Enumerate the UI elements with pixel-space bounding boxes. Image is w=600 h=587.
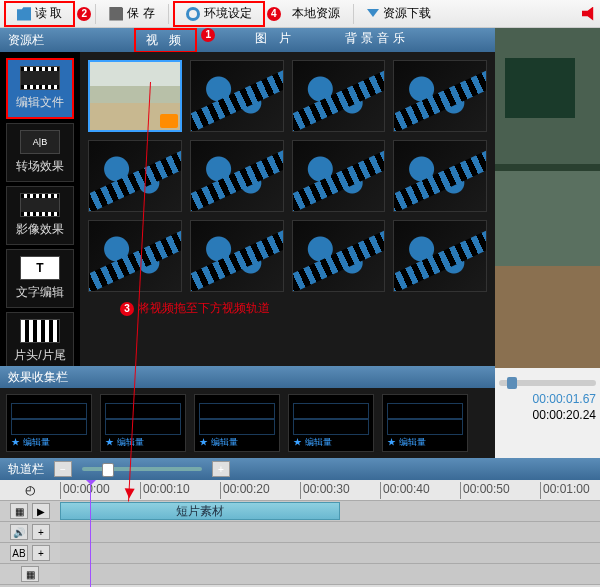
sidebar-item-titles[interactable]: 片头/片尾 [6,312,74,366]
download-button[interactable]: 资源下载 [358,3,440,25]
thumbnail-item[interactable] [393,60,487,132]
extra-track-label: ▦ [0,564,60,585]
ab-icon: A|B [20,130,60,154]
thumbnail-item[interactable] [88,60,182,132]
sidebar-item-text-edit[interactable]: T 文字编辑 [6,249,74,308]
film-icon [20,66,60,90]
wave-icon [199,403,275,435]
env-button-highlight: 环境设定 [173,1,265,27]
sidebar-label: 转场效果 [16,158,64,175]
reel-icon [394,61,486,131]
audio-track-label: 🔊+ [0,522,60,543]
thumbnail-item[interactable] [292,220,386,292]
video-track-label: ▦▶ [0,501,60,522]
preview-current-time: 00:00:01.67 [533,392,596,406]
sidebar-item-video-effect[interactable]: 影像效果 [6,186,74,245]
thumbnail-item[interactable] [292,140,386,212]
preview-controls: 00:00:01.67 00:00:20.24 [495,368,600,458]
zoom-out-button[interactable]: − [54,461,72,477]
thumbnail-item[interactable] [190,60,284,132]
save-label: 保 存 [127,5,154,22]
sidebar-item-transition[interactable]: A|B 转场效果 [6,123,74,182]
zoom-slider[interactable] [82,467,202,471]
tick: 00:00:00 [60,482,110,499]
thumbnail-item[interactable] [393,220,487,292]
preview-panel: 00:00:01.67 00:00:20.24 [495,28,600,458]
thumbnail-item[interactable] [393,140,487,212]
reel-icon [191,61,283,131]
badge-4: 4 [267,7,281,21]
wave-icon [293,403,369,435]
titles-icon [20,319,60,343]
thumbnail-item[interactable] [88,140,182,212]
read-button[interactable]: 读 取 [8,3,71,25]
reel-icon [394,221,486,291]
collect-item[interactable] [194,394,280,452]
thumbnail-item[interactable] [88,220,182,292]
collect-title: 效果收集栏 [8,369,68,386]
text-icon: T [20,256,60,280]
save-button[interactable]: 保 存 [100,3,163,25]
timeline: ◴ ▦▶ 🔊+ AB+ ▦ 00:00:00 00:00:10 00:00:20… [0,480,600,587]
extra-track-icon[interactable]: ▦ [21,566,39,582]
track-title: 轨道栏 [8,461,44,478]
sidebar-label: 影像效果 [16,221,64,238]
speaker-icon[interactable] [582,7,596,21]
track-label-column: ◴ ▦▶ 🔊+ AB+ ▦ [0,480,60,587]
tab-video[interactable]: 视 频 [134,28,197,53]
add-icon[interactable]: + [32,524,50,540]
sidebar-item-edit-file[interactable]: 编辑文件 [6,58,74,119]
collect-item[interactable] [6,394,92,452]
thumbnail-grid [80,52,495,366]
audio-track-icon[interactable]: 🔊 [10,524,28,540]
read-label: 读 取 [35,5,62,22]
env-label: 环境设定 [204,5,252,22]
play-icon[interactable]: ▶ [32,503,50,519]
tick: 00:00:30 [300,482,350,499]
thumbnail-item[interactable] [292,60,386,132]
main-toolbar: 读 取 2 保 存 环境设定 4 本地资源 资源下载 [0,0,600,28]
video-clip[interactable]: 短片素材 [60,502,340,520]
collect-item[interactable] [288,394,374,452]
text-track[interactable] [60,543,600,564]
video-track-icon[interactable]: ▦ [10,503,28,519]
sidebar-label: 片头/片尾 [14,347,65,364]
badge-2: 2 [77,7,91,21]
tab-image[interactable]: 图 片 [245,28,304,53]
zoom-in-button[interactable]: + [212,461,230,477]
time-ruler[interactable]: 00:00:00 00:00:10 00:00:20 00:00:30 00:0… [60,480,600,501]
video-track[interactable]: 短片素材 [60,501,600,522]
sidebar-label: 编辑文件 [16,94,64,111]
gear-icon [186,7,200,21]
playhead[interactable] [90,480,91,587]
add-icon[interactable]: + [32,545,50,561]
thumbnail-item[interactable] [190,140,284,212]
reel-icon [394,141,486,211]
clock-icon: ◴ [25,483,35,497]
collect-item[interactable] [382,394,468,452]
tick: 00:00:50 [460,482,510,499]
ruler-label: ◴ [0,480,60,501]
preview-seek-slider[interactable] [499,380,596,386]
reel-icon [293,141,385,211]
folder-icon [17,7,31,21]
effect-collect-header: 效果收集栏 [0,366,495,388]
text-track-icon[interactable]: AB [10,545,28,561]
reel-icon [293,61,385,131]
sidebar-label: 文字编辑 [16,284,64,301]
thumbnail-item[interactable] [190,220,284,292]
preview-viewport[interactable] [495,28,600,368]
track-area[interactable]: 00:00:00 00:00:10 00:00:20 00:00:30 00:0… [60,480,600,587]
collect-item[interactable] [100,394,186,452]
extra-track[interactable] [60,564,600,585]
local-resource-button[interactable]: 本地资源 [283,3,349,25]
tick: 00:00:10 [140,482,190,499]
tick: 00:00:40 [380,482,430,499]
tab-bgm[interactable]: 背景音乐 [335,28,419,53]
env-settings-button[interactable]: 环境设定 [177,3,261,25]
category-sidebar: 编辑文件 A|B 转场效果 影像效果 T 文字编辑 片头/片尾 [0,52,80,366]
clip-label: 短片素材 [176,503,224,520]
audio-track[interactable] [60,522,600,543]
reel-icon [293,221,385,291]
separator [95,4,96,24]
